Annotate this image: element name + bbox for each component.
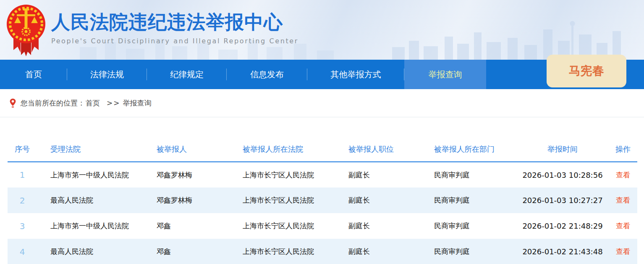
column-header-index: 序号 — [8, 138, 37, 162]
row-number: 1 — [8, 162, 37, 187]
breadcrumb-prefix: 您当前所在的位置： — [21, 98, 85, 108]
location-pin-icon — [9, 98, 16, 108]
cell-reported-person-court: 上海市长宁区人民法院 — [235, 162, 341, 187]
column-header-actions: 操作 — [609, 138, 637, 162]
table-row: 1 上海市第一中级人民法院 邓鑫罗林梅 上海市长宁区人民法院 副庭长 民商审判庭… — [8, 162, 637, 187]
breadcrumb-current: 举报查询 — [123, 98, 152, 108]
cell-reported-person-position: 副庭长 — [341, 162, 427, 187]
main-nav: 首页 法律法规 纪律规定 信息发布 其他举报方式 举报查询 马宪春 — [0, 60, 644, 89]
nav-item-report-query[interactable]: 举报查询 — [404, 60, 486, 89]
breadcrumb-separator: >> — [107, 99, 120, 107]
cell-reported-person-court: 上海市长宁区人民法院 — [235, 187, 341, 213]
cell-reported-person: 邓鑫 — [149, 213, 235, 239]
view-link[interactable]: 查看 — [616, 247, 630, 256]
table-row: 4 最高人民法院 邓鑫 上海市长宁区人民法院 副庭长 民商审判庭 2026-01… — [8, 239, 637, 264]
view-link[interactable]: 查看 — [616, 171, 630, 179]
column-header-accepting-court: 受理法院 — [37, 138, 149, 162]
cell-reported-person: 邓鑫罗林梅 — [149, 187, 235, 213]
table-row: 2 最高人民法院 邓鑫罗林梅 上海市长宁区人民法院 副庭长 民商审判庭 2026… — [8, 187, 637, 213]
column-header-reported-person-position: 被举报人职位 — [341, 138, 427, 162]
row-number: 2 — [8, 187, 37, 213]
site-title: 人民法院违纪违法举报中心 — [51, 11, 298, 34]
view-link[interactable]: 查看 — [616, 196, 630, 204]
column-header-reported-person: 被举报人 — [149, 138, 235, 162]
report-query-results: 序号 受理法院 被举报人 被举报人所在法院 被举报人职位 被举报人所在部门 举报… — [0, 117, 644, 264]
nav-item-home[interactable]: 首页 — [0, 60, 67, 89]
cell-reported-person: 邓鑫罗林梅 — [149, 162, 235, 187]
table-row: 3 上海市第一中级人民法院 邓鑫 上海市长宁区人民法院 副庭长 民商审判庭 20… — [8, 213, 637, 239]
cell-report-time: 2026-01-03 10:28:56 — [516, 162, 609, 187]
row-number: 3 — [8, 213, 37, 239]
breadcrumb: 您当前所在的位置： 首页 >> 举报查询 — [0, 89, 644, 117]
breadcrumb-home-link[interactable]: 首页 — [86, 98, 100, 108]
cell-accepting-court: 上海市第一中级人民法院 — [37, 162, 149, 187]
cell-report-time: 2026-01-03 10:27:27 — [516, 187, 609, 213]
nav-item-info-release[interactable]: 信息发布 — [227, 60, 307, 89]
nav-item-other-report-methods[interactable]: 其他举报方式 — [307, 60, 404, 89]
cell-reported-person-court: 上海市长宁区人民法院 — [235, 213, 341, 239]
cell-reported-person-department: 民商审判庭 — [427, 213, 516, 239]
report-table-body: 1 上海市第一中级人民法院 邓鑫罗林梅 上海市长宁区人民法院 副庭长 民商审判庭… — [8, 162, 637, 264]
cell-reported-person-department: 民商审判庭 — [427, 162, 516, 187]
cell-report-time: 2026-01-02 21:48:29 — [516, 213, 609, 239]
city-skyline-decoration — [392, 18, 627, 60]
report-table: 序号 受理法院 被举报人 被举报人所在法院 被举报人职位 被举报人所在部门 举报… — [8, 138, 637, 264]
site-header: 人民法院违纪违法举报中心 People's Court Disciplinary… — [0, 0, 644, 60]
column-header-reported-person-department: 被举报人所在部门 — [427, 138, 516, 162]
site-subtitle-en: People's Court Disciplinary and Illegal … — [51, 37, 298, 45]
cell-reported-person: 邓鑫 — [149, 239, 235, 264]
view-link[interactable]: 查看 — [616, 222, 630, 230]
table-header-row: 序号 受理法院 被举报人 被举报人所在法院 被举报人职位 被举报人所在部门 举报… — [8, 138, 637, 162]
cell-reported-person-position: 副庭长 — [341, 239, 427, 264]
cell-reported-person-position: 副庭长 — [341, 213, 427, 239]
row-number: 4 — [8, 239, 37, 264]
cell-reported-person-department: 民商审判庭 — [427, 187, 516, 213]
court-emblem-logo — [5, 3, 47, 58]
user-badge[interactable]: 马宪春 — [547, 55, 626, 87]
cell-report-time: 2026-01-02 21:43:48 — [516, 239, 609, 264]
column-header-report-time: 举报时间 — [516, 138, 609, 162]
cell-reported-person-department: 民商审判庭 — [427, 239, 516, 264]
cell-reported-person-court: 上海市长宁区人民法院 — [235, 239, 341, 264]
column-header-reported-person-court: 被举报人所在法院 — [235, 138, 341, 162]
cell-reported-person-position: 副庭长 — [341, 187, 427, 213]
nav-item-discipline-rules[interactable]: 纪律规定 — [147, 60, 227, 89]
cell-accepting-court: 最高人民法院 — [37, 239, 149, 264]
cell-accepting-court: 最高人民法院 — [37, 187, 149, 213]
cell-accepting-court: 上海市第一中级人民法院 — [37, 213, 149, 239]
nav-item-laws-regulations[interactable]: 法律法规 — [67, 60, 147, 89]
